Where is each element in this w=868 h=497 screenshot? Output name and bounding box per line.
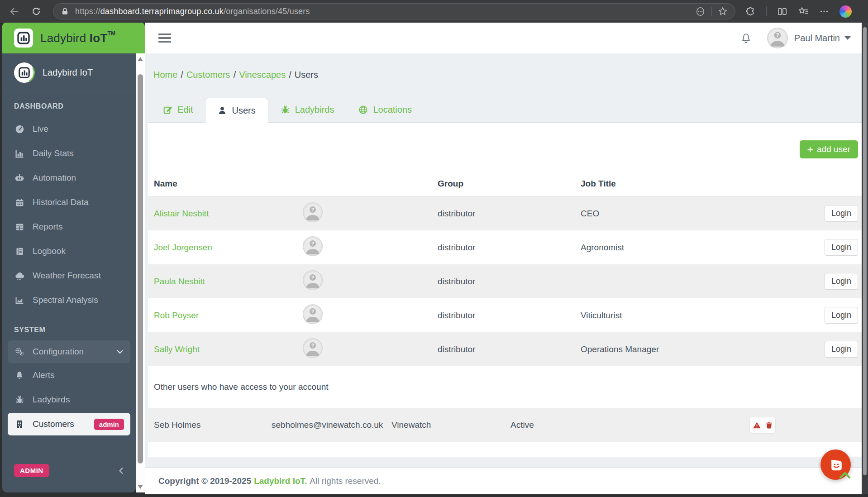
- split-screen-icon[interactable]: [777, 6, 787, 17]
- breadcrumb-vinescapes[interactable]: Vinescapes: [239, 70, 286, 80]
- logbook-icon: [14, 247, 25, 256]
- footer-copyright: Copyright © 2019-2025: [158, 476, 251, 486]
- user-group: distributor: [438, 311, 581, 320]
- window-edge: [0, 494, 868, 497]
- settings-ellipsis-icon[interactable]: [819, 6, 829, 16]
- favorites-bar-icon[interactable]: [798, 6, 809, 17]
- user-job-title: Agronomist: [581, 243, 811, 253]
- sidebar-item-ladybirds[interactable]: Ladybirds: [2, 387, 136, 412]
- globe-icon: [358, 105, 368, 115]
- other-user-name: Seb Holmes: [154, 420, 272, 430]
- sidebar-item-customers[interactable]: Customers admin: [8, 413, 130, 435]
- scrollbar-thumb[interactable]: [863, 27, 867, 475]
- brand-wordmark: Ladybird IoTTM: [40, 31, 115, 45]
- svg-text:?: ?: [776, 32, 779, 38]
- sidebar-item-configuration[interactable]: Configuration: [8, 340, 130, 363]
- tab-ladybirds[interactable]: Ladybirds: [268, 97, 347, 122]
- column-name: Name: [148, 179, 289, 189]
- svg-text:?: ?: [311, 343, 314, 348]
- pencil-icon: [163, 105, 172, 115]
- login-button[interactable]: Login: [825, 205, 858, 222]
- sidebar-app-name: Ladybird IoT: [43, 67, 93, 78]
- sidebar-item-automation[interactable]: Automation: [2, 166, 136, 190]
- bug-icon: [281, 105, 290, 115]
- person-icon: [218, 106, 227, 115]
- user-name-link[interactable]: Alistair Nesbitt: [154, 209, 209, 218]
- other-user-actions: [749, 417, 776, 434]
- login-button[interactable]: Login: [825, 307, 858, 324]
- user-name-link[interactable]: Joel Jorgensen: [154, 243, 212, 252]
- sidebar-item-spectral-analysis[interactable]: Spectral Analysis: [2, 288, 136, 312]
- page-actions-icon[interactable]: [695, 6, 706, 17]
- add-user-button[interactable]: + add user: [800, 140, 858, 158]
- trash-icon[interactable]: [765, 421, 773, 430]
- user-job-title: Viticulturist: [581, 311, 811, 320]
- other-users-heading: Other users who have access to your acco…: [148, 366, 862, 408]
- scroll-to-top-icon[interactable]: [838, 471, 852, 480]
- extensions-puzzle-icon[interactable]: [745, 6, 756, 17]
- building-icon: [14, 420, 25, 429]
- divider: [766, 6, 767, 16]
- user-group: distributor: [438, 243, 581, 253]
- warning-icon[interactable]: [753, 421, 761, 430]
- caret-down-icon[interactable]: [844, 36, 851, 40]
- user-name-link[interactable]: Sally Wright: [154, 344, 200, 354]
- table-row: Sally Wright ? distributor Operations Ma…: [148, 332, 862, 366]
- sidebar-item-alerts[interactable]: Alerts: [2, 363, 136, 387]
- scroll-up-arrow-icon[interactable]: [138, 57, 143, 61]
- users-card: + add user Name Group Job Title Alistair…: [148, 123, 862, 457]
- breadcrumb-customers[interactable]: Customers: [186, 70, 230, 80]
- tab-users[interactable]: Users: [205, 98, 268, 123]
- user-name-link[interactable]: Paula Nesbitt: [154, 277, 205, 286]
- sidebar-section-system: SYSTEM: [2, 312, 136, 340]
- area-chart-icon: [14, 296, 25, 305]
- user-avatar[interactable]: ?: [767, 28, 788, 48]
- sidebar-item-daily-stats[interactable]: Daily Stats: [2, 141, 136, 166]
- topbar: ? Paul Martin: [145, 23, 862, 53]
- scroll-down-arrow-icon[interactable]: [138, 485, 143, 489]
- ladybird-logo-icon: [14, 29, 33, 48]
- other-user-organisation: Vinewatch: [391, 420, 510, 430]
- admin-role-badge: ADMIN: [14, 464, 49, 477]
- favorite-star-icon[interactable]: [718, 6, 728, 16]
- browser-refresh-icon[interactable]: [31, 6, 41, 16]
- divider: [711, 7, 712, 16]
- table-icon: [14, 222, 25, 232]
- scrollbar-thumb[interactable]: [138, 74, 143, 464]
- user-menu-name[interactable]: Paul Martin: [794, 33, 840, 43]
- user-name-link[interactable]: Rob Poyser: [154, 311, 199, 320]
- sidebar-scrollbar[interactable]: [136, 53, 145, 492]
- tab-edit[interactable]: Edit: [151, 97, 205, 122]
- sidebar-brand[interactable]: Ladybird IoT: [2, 53, 136, 92]
- sidebar-item-historical-data[interactable]: Historical Data: [2, 190, 136, 215]
- brand-header: Ladybird IoTTM: [2, 23, 145, 53]
- main-content: Home/Customers/Vinescapes/Users Edit Use…: [145, 53, 862, 494]
- login-button[interactable]: Login: [825, 239, 858, 256]
- breadcrumb: Home/Customers/Vinescapes/Users: [153, 70, 318, 80]
- user-job-title: CEO: [581, 209, 811, 219]
- bar-chart-icon: [14, 149, 25, 158]
- tab-locations[interactable]: Locations: [346, 97, 424, 122]
- sidebar-item-weather-forecast[interactable]: Weather Forecast: [2, 263, 136, 288]
- login-button[interactable]: Login: [825, 273, 858, 290]
- page-scrollbar[interactable]: [862, 23, 868, 494]
- user-group: distributor: [438, 209, 581, 219]
- browser-back-icon[interactable]: [9, 6, 19, 17]
- bell-icon: [14, 371, 25, 380]
- sidebar-item-reports[interactable]: Reports: [2, 215, 136, 239]
- login-button[interactable]: Login: [825, 341, 858, 358]
- sidebar-item-live[interactable]: Live: [2, 117, 136, 141]
- avatar: ?: [303, 338, 323, 358]
- notifications-bell-icon[interactable]: [740, 33, 752, 44]
- hamburger-menu-icon[interactable]: [158, 32, 171, 44]
- copilot-icon[interactable]: [839, 5, 852, 18]
- breadcrumb-home[interactable]: Home: [153, 70, 177, 80]
- footer-rights: All rights reserved.: [310, 476, 381, 486]
- chevron-down-icon: [116, 348, 124, 356]
- collapse-sidebar-icon[interactable]: [117, 466, 126, 475]
- sidebar-item-logbook[interactable]: Logbook: [2, 239, 136, 263]
- table-row: Joel Jorgensen ? distributor Agronomist …: [148, 230, 862, 264]
- address-bar[interactable]: https://dashboard.terraprimagroup.co.uk/…: [53, 3, 735, 19]
- footer-brand: Ladybird IoT.: [254, 476, 307, 486]
- table-row: Alistair Nesbitt ? distributor CEO Login: [148, 196, 862, 230]
